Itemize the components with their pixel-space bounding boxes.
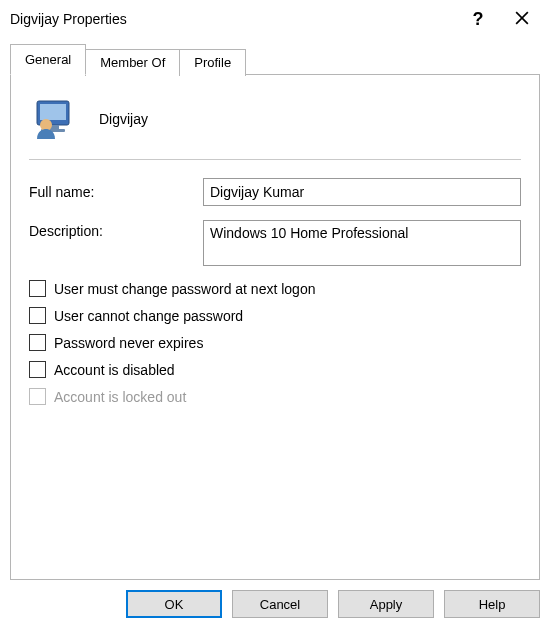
button-bar: OK Cancel Apply Help [0, 580, 550, 630]
fullname-label: Full name: [29, 184, 199, 200]
checkbox-icon [29, 280, 46, 297]
check-never-expires-label: Password never expires [54, 335, 203, 351]
checkbox-icon [29, 307, 46, 324]
tabpanel-general: Digvijay Full name: Description: User mu… [10, 74, 540, 580]
ok-button[interactable]: OK [126, 590, 222, 618]
description-input[interactable] [203, 220, 521, 266]
fullname-input[interactable] [203, 178, 521, 206]
fullname-row: Full name: [29, 178, 521, 206]
check-never-expires[interactable]: Password never expires [29, 334, 521, 351]
user-icon [31, 95, 79, 143]
close-icon [515, 11, 529, 28]
help-button[interactable]: Help [444, 590, 540, 618]
check-cannot-change[interactable]: User cannot change password [29, 307, 521, 324]
dialog-body: General Member Of Profile Digvijay [0, 38, 550, 580]
check-must-change[interactable]: User must change password at next logon [29, 280, 521, 297]
help-button[interactable]: ? [456, 4, 500, 34]
checkbox-icon [29, 334, 46, 351]
apply-button[interactable]: Apply [338, 590, 434, 618]
checkbox-group: User must change password at next logon … [29, 280, 521, 405]
tab-profile[interactable]: Profile [179, 49, 246, 76]
check-account-disabled-label: Account is disabled [54, 362, 175, 378]
tabstrip: General Member Of Profile [10, 44, 540, 75]
svg-rect-3 [40, 104, 66, 120]
close-button[interactable] [500, 4, 544, 34]
check-locked-out: Account is locked out [29, 388, 521, 405]
help-icon: ? [473, 9, 484, 30]
window-title: Digvijay Properties [10, 11, 456, 27]
cancel-button[interactable]: Cancel [232, 590, 328, 618]
checkbox-icon [29, 361, 46, 378]
separator [29, 159, 521, 160]
check-account-disabled[interactable]: Account is disabled [29, 361, 521, 378]
checkbox-icon [29, 388, 46, 405]
titlebar: Digvijay Properties ? [0, 0, 550, 38]
check-locked-out-label: Account is locked out [54, 389, 186, 405]
username-display: Digvijay [99, 111, 148, 127]
properties-dialog: Digvijay Properties ? General Member Of … [0, 0, 550, 630]
tab-memberof[interactable]: Member Of [85, 49, 180, 76]
description-label: Description: [29, 220, 199, 239]
description-row: Description: [29, 220, 521, 266]
tab-general[interactable]: General [10, 44, 86, 75]
check-must-change-label: User must change password at next logon [54, 281, 315, 297]
check-cannot-change-label: User cannot change password [54, 308, 243, 324]
user-header: Digvijay [29, 91, 521, 157]
